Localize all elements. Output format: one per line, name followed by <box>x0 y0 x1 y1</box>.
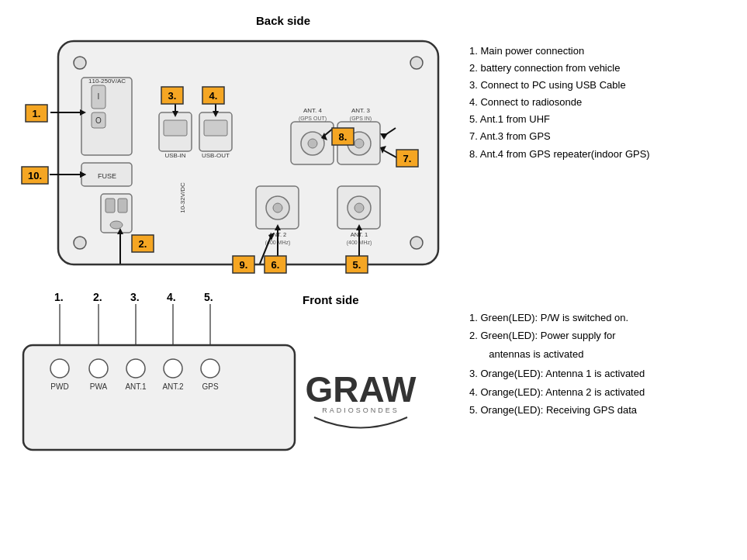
svg-text:USB-OUT: USB-OUT <box>202 152 230 159</box>
svg-point-99 <box>50 359 69 378</box>
svg-point-16 <box>110 221 123 229</box>
svg-rect-22 <box>204 120 227 136</box>
front-annotation-4: 4. Orange(LED): Antenna 2 is activated <box>469 383 733 401</box>
svg-rect-15 <box>118 199 127 213</box>
svg-text:1.: 1. <box>33 108 41 119</box>
svg-point-41 <box>354 203 364 213</box>
svg-text:ANT.1: ANT.1 <box>125 382 147 391</box>
svg-point-101 <box>89 359 108 378</box>
svg-text:10.: 10. <box>28 170 42 181</box>
svg-text:7.: 7. <box>403 153 412 164</box>
back-annotation-3: 3. Connect to PC using USB Cable <box>469 77 733 94</box>
svg-text:3.: 3. <box>168 90 177 102</box>
svg-text:10-32V/DC: 10-32V/DC <box>179 182 186 213</box>
svg-text:ANT. 3: ANT. 3 <box>351 107 371 114</box>
svg-text:RADIOSONDES: RADIOSONDES <box>322 406 399 414</box>
back-annotation-7: 7. Ant.3 from GPS <box>469 128 733 145</box>
svg-text:2.: 2. <box>139 238 147 250</box>
back-annotation-8: 8. Ant.4 from GPS repeater(indoor GPS) <box>469 146 733 163</box>
svg-text:5.: 5. <box>353 259 361 271</box>
svg-text:PWD: PWD <box>50 382 68 391</box>
svg-point-2 <box>410 57 423 69</box>
svg-text:5.: 5. <box>204 291 213 303</box>
front-annotation-3: 3. Orange(LED): Antenna 1 is activated <box>469 365 733 382</box>
back-annotation-5: 5. Ant.1 from UHF <box>469 111 733 128</box>
svg-text:6.: 6. <box>271 259 280 271</box>
svg-text:O: O <box>95 116 102 125</box>
svg-text:ANT.2: ANT.2 <box>162 382 184 391</box>
front-annotation-1: 1. Green(LED): P/W is switched on. <box>469 309 733 327</box>
svg-text:4.: 4. <box>209 90 218 102</box>
svg-point-38 <box>354 139 364 148</box>
back-annotation-1: 1. Main power connection <box>469 43 733 60</box>
svg-point-26 <box>273 203 282 213</box>
svg-point-107 <box>201 359 220 378</box>
page-container: Back side I O 110-250V/AC FUSE USB-IN <box>0 0 747 560</box>
svg-text:8.: 8. <box>339 131 348 143</box>
svg-text:FUSE: FUSE <box>98 172 116 180</box>
svg-text:GRAW: GRAW <box>305 369 417 410</box>
svg-point-103 <box>126 359 145 378</box>
svg-text:GPS: GPS <box>202 382 218 391</box>
svg-text:9.: 9. <box>240 259 248 271</box>
svg-text:(GPS OUT): (GPS OUT) <box>299 116 327 122</box>
back-diagram: I O 110-250V/AC FUSE USB-IN USB-OUT 10-3… <box>12 35 458 279</box>
svg-rect-5 <box>81 78 132 155</box>
svg-point-4 <box>410 237 423 249</box>
svg-rect-14 <box>105 199 115 213</box>
svg-point-105 <box>164 359 182 378</box>
svg-text:(GPS IN): (GPS IN) <box>350 116 372 122</box>
back-side-title: Back side <box>256 14 310 27</box>
svg-point-3 <box>74 237 86 249</box>
svg-text:PWA: PWA <box>90 382 108 391</box>
front-diagram: 1. 2. 3. 4. 5. PWD PWA ANT.1 ANT.2 GPS G… <box>12 287 458 473</box>
svg-rect-19 <box>164 120 187 136</box>
front-annotation-5: 5. Orange(LED): Receiving GPS data <box>469 401 733 419</box>
svg-text:4.: 4. <box>167 291 176 303</box>
svg-text:ANT. 4: ANT. 4 <box>303 107 323 114</box>
svg-text:1.: 1. <box>54 291 64 303</box>
back-annotation-2: 2. battery connection from vehicle <box>469 60 733 77</box>
svg-text:3.: 3. <box>130 291 140 303</box>
back-annotation-4: 4. Connect to radiosonde <box>469 94 733 111</box>
svg-text:110-250V/AC: 110-250V/AC <box>88 78 126 85</box>
front-annotation-2: 2. Green(LED): Power supply for antennas… <box>469 327 733 363</box>
svg-point-35 <box>308 139 317 148</box>
svg-text:I: I <box>98 92 100 101</box>
back-annotations: 1. Main power connection 2. battery conn… <box>469 43 733 163</box>
svg-text:USB-IN: USB-IN <box>164 152 185 159</box>
svg-point-1 <box>74 57 86 69</box>
front-annotations: 1. Green(LED): P/W is switched on. 2. Gr… <box>469 309 733 419</box>
svg-text:2.: 2. <box>93 291 102 303</box>
